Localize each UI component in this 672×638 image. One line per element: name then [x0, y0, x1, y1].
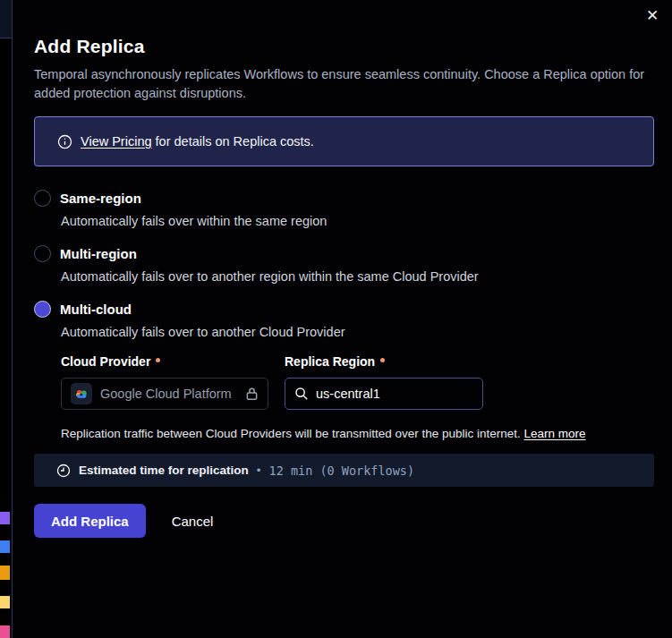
background-color-block — [0, 566, 10, 580]
background-header-edge — [0, 0, 12, 38]
radio-description-multi-cloud: Automatically fails over to another Clou… — [61, 325, 654, 339]
radio-row-multi-cloud[interactable]: Multi-cloud — [34, 299, 654, 319]
modal-description: Temporal asynchronously replicates Workf… — [34, 65, 654, 103]
estimate-separator: • — [257, 464, 261, 477]
radio-option-multi-cloud: Multi-cloud Automatically fails over to … — [34, 299, 654, 339]
required-dot — [156, 358, 160, 362]
radio-option-multi-region: Multi-region Automatically fails over to… — [34, 243, 654, 284]
cloud-provider-value: Google Cloud Platform — [100, 387, 237, 401]
replica-region-field: Replica Region — [285, 354, 483, 410]
radio-label-multi-cloud[interactable]: Multi-cloud — [60, 302, 132, 317]
pricing-banner-text: View Pricing for details on Replica cost… — [81, 134, 314, 149]
radio-multi-region[interactable] — [34, 245, 51, 262]
pricing-banner-suffix: for details on Replica costs. — [152, 134, 314, 149]
background-color-block — [0, 596, 10, 608]
background-color-block — [0, 625, 10, 638]
estimate-label: Estimated time for replication — [79, 464, 249, 477]
replica-region-label-text: Replica Region — [285, 354, 375, 369]
background-color-block — [0, 512, 10, 524]
cloud-provider-label: Cloud Provider — [61, 354, 268, 370]
radio-row-same-region[interactable]: Same-region — [34, 188, 654, 208]
background-color-block — [0, 540, 10, 553]
radio-multi-cloud[interactable] — [34, 301, 51, 318]
radio-label-multi-region[interactable]: Multi-region — [60, 246, 137, 261]
radio-same-region[interactable] — [34, 190, 51, 207]
multi-cloud-form: Cloud Provider Google Cloud Platform — [61, 354, 654, 410]
replica-region-input[interactable] — [316, 387, 473, 401]
cloud-provider-field: Cloud Provider Google Cloud Platform — [61, 354, 268, 410]
clock-icon — [56, 464, 71, 478]
info-icon — [57, 134, 72, 149]
screen: ✕ Add Replica Temporal asynchronously re… — [0, 0, 672, 638]
background-page-edge — [0, 0, 13, 638]
cancel-button[interactable]: Cancel — [172, 514, 214, 529]
page-title: Add Replica — [34, 36, 654, 57]
required-dot — [380, 358, 385, 362]
add-replica-button[interactable]: Add Replica — [34, 504, 146, 538]
radio-option-same-region: Same-region Automatically fails over wit… — [34, 188, 654, 228]
estimate-value: 12 min (0 Workflows) — [269, 464, 415, 478]
estimate-banner: Estimated time for replication • 12 min … — [34, 454, 654, 487]
replica-option-group: Same-region Automatically fails over wit… — [34, 188, 654, 339]
radio-description-multi-region: Automatically fails over to another regi… — [61, 269, 654, 284]
close-icon[interactable]: ✕ — [642, 6, 662, 26]
public-internet-note: Replication traffic between Cloud Provid… — [61, 427, 654, 440]
add-replica-modal: ✕ Add Replica Temporal asynchronously re… — [13, 0, 672, 638]
replica-region-input-box[interactable] — [285, 378, 483, 410]
radio-description-same-region: Automatically fails over within the same… — [61, 214, 654, 228]
cloud-provider-select[interactable]: Google Cloud Platform — [61, 378, 268, 410]
radio-label-same-region[interactable]: Same-region — [60, 191, 141, 206]
gcp-icon — [71, 383, 92, 404]
search-icon — [294, 387, 309, 401]
public-internet-note-text: Replication traffic between Cloud Provid… — [61, 427, 524, 440]
pricing-banner: View Pricing for details on Replica cost… — [34, 116, 654, 166]
learn-more-link[interactable]: Learn more — [524, 427, 586, 440]
cloud-provider-label-text: Cloud Provider — [61, 354, 150, 369]
replica-region-label: Replica Region — [285, 354, 483, 370]
radio-row-multi-region[interactable]: Multi-region — [34, 243, 654, 263]
modal-actions: Add Replica Cancel — [34, 504, 654, 538]
lock-icon — [245, 387, 259, 401]
view-pricing-link[interactable]: View Pricing — [81, 134, 152, 149]
